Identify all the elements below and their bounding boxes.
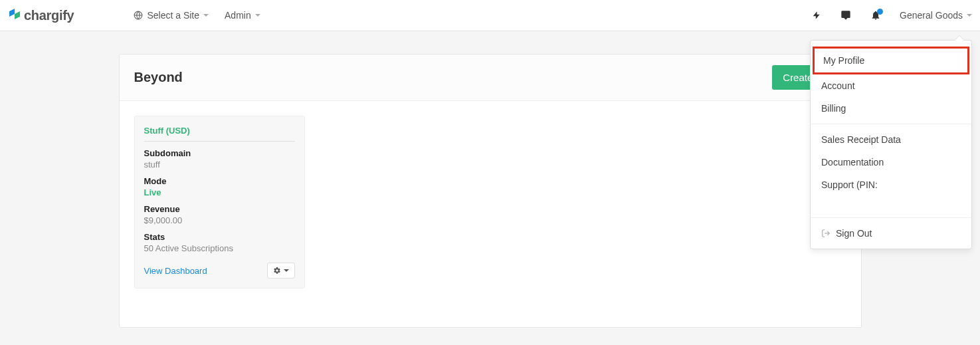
- field-value: stuff: [144, 160, 295, 170]
- field-revenue: Revenue $9,000.00: [144, 204, 295, 225]
- menu-label: My Profile: [823, 55, 864, 66]
- chevron-down-icon: [203, 14, 209, 17]
- sign-out-icon: [821, 229, 831, 238]
- page-title: Beyond: [134, 70, 183, 85]
- menu-label: Support (PIN:: [821, 179, 878, 190]
- brand-name: chargify: [24, 8, 74, 23]
- main-panel: Beyond Create New Stuff (USD) Subdomain …: [119, 54, 862, 328]
- field-value: Live: [144, 187, 295, 197]
- admin-label: Admin: [225, 10, 251, 21]
- view-dashboard-link[interactable]: View Dashboard: [144, 266, 207, 276]
- globe-icon: [134, 11, 143, 20]
- field-value: 50 Active Subscriptions: [144, 243, 295, 253]
- select-site-label: Select a Site: [147, 10, 199, 21]
- menu-account[interactable]: Account: [811, 74, 971, 97]
- field-label: Mode: [144, 176, 295, 186]
- field-label: Subdomain: [144, 148, 295, 158]
- select-site-dropdown[interactable]: Select a Site: [134, 10, 209, 21]
- menu-label: Billing: [821, 103, 846, 114]
- account-dropdown-menu: My Profile Account Billing Sales Receipt…: [810, 40, 972, 249]
- menu-support[interactable]: Support (PIN:: [811, 173, 971, 196]
- top-navbar: chargify Select a Site Admin: [0, 0, 980, 31]
- chevron-down-icon: [967, 14, 972, 17]
- site-settings-button[interactable]: [267, 263, 295, 279]
- brand-logo[interactable]: chargify: [8, 8, 74, 23]
- menu-label: Sales Receipt Data: [821, 134, 901, 145]
- site-card-title[interactable]: Stuff (USD): [144, 126, 295, 142]
- menu-my-profile[interactable]: My Profile: [815, 49, 967, 72]
- menu-sales-receipt[interactable]: Sales Receipt Data: [811, 128, 971, 151]
- panel-body: Stuff (USD) Subdomain stuff Mode Live Re…: [120, 101, 861, 327]
- chevron-down-icon: [284, 269, 289, 272]
- menu-label: Sign Out: [836, 228, 872, 239]
- field-mode: Mode Live: [144, 176, 295, 197]
- chat-icon[interactable]: [840, 10, 852, 21]
- menu-billing[interactable]: Billing: [811, 97, 971, 120]
- panel-header: Beyond Create New: [120, 55, 861, 101]
- field-stats: Stats 50 Active Subscriptions: [144, 232, 295, 253]
- menu-documentation[interactable]: Documentation: [811, 151, 971, 173]
- bolt-icon[interactable]: [812, 10, 821, 21]
- nav-left: Select a Site Admin: [134, 10, 260, 21]
- menu-label: Account: [821, 80, 855, 91]
- chargify-logo-icon: [8, 9, 21, 22]
- notification-dot-icon: [877, 9, 883, 15]
- gear-icon: [273, 267, 281, 275]
- field-value: $9,000.00: [144, 215, 295, 225]
- menu-sign-out[interactable]: Sign Out: [811, 222, 971, 245]
- highlighted-menu-item: My Profile: [813, 47, 969, 74]
- admin-dropdown[interactable]: Admin: [225, 10, 260, 21]
- site-card: Stuff (USD) Subdomain stuff Mode Live Re…: [134, 116, 305, 288]
- notifications-icon[interactable]: [870, 10, 881, 21]
- menu-divider: [811, 217, 971, 218]
- menu-label: Documentation: [821, 157, 884, 168]
- account-label: General Goods: [900, 10, 963, 21]
- menu-divider: [811, 124, 971, 124]
- card-footer: View Dashboard: [144, 263, 295, 279]
- field-subdomain: Subdomain stuff: [144, 148, 295, 170]
- field-label: Revenue: [144, 204, 295, 214]
- field-label: Stats: [144, 232, 295, 242]
- account-dropdown[interactable]: General Goods: [900, 10, 972, 21]
- chevron-down-icon: [255, 14, 260, 17]
- nav-right: General Goods My Profile Account Billing…: [812, 10, 972, 21]
